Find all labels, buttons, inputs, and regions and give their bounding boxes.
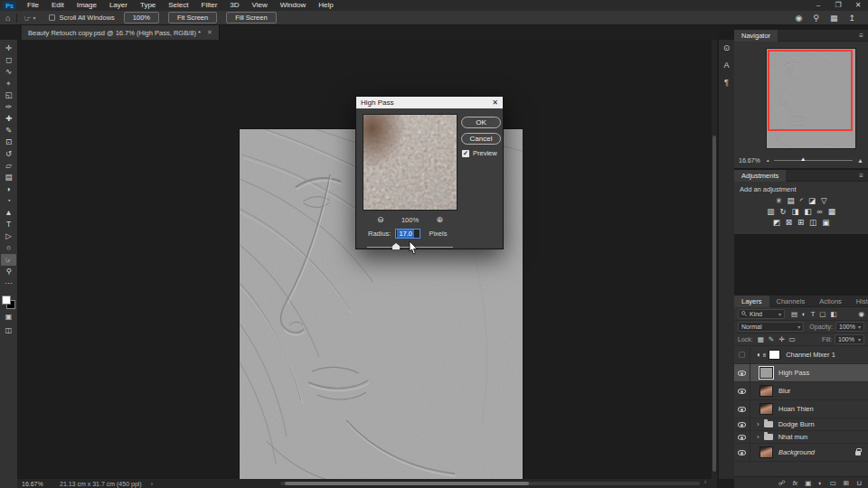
move-tool[interactable]: ✛ <box>1 42 16 54</box>
edit-toolbar[interactable]: ⋯ <box>1 277 16 289</box>
layer-row-high-pass[interactable]: High Pass <box>734 364 868 382</box>
screen-mode-button[interactable]: ◫ <box>1 325 16 336</box>
layer-group-nhat-mun[interactable]: › Nhat mun <box>734 431 868 444</box>
navigator-thumbnail[interactable] <box>767 49 855 148</box>
visibility-toggle[interactable] <box>734 382 750 399</box>
filter-preview[interactable] <box>363 114 458 211</box>
preview-checkbox[interactable]: ✓ <box>462 150 469 157</box>
visibility-toggle[interactable] <box>734 346 750 363</box>
new-group-icon[interactable]: ▭ <box>830 479 836 487</box>
opacity-select[interactable]: 100% ▾ <box>835 322 864 332</box>
eyedropper-tool[interactable]: ✑ <box>1 101 16 113</box>
channel-mixer-icon[interactable]: ∞ <box>817 207 823 216</box>
black-white-icon[interactable]: ◨ <box>792 207 799 216</box>
scroll-all-windows-checkbox[interactable] <box>49 14 55 21</box>
invert-icon[interactable]: ◩ <box>773 218 780 227</box>
hand-tool[interactable]: ☞ <box>1 254 16 266</box>
layer-name[interactable]: High Pass <box>778 369 809 377</box>
zoom-tool[interactable]: ⚲ <box>1 266 16 277</box>
navigator-slider-thumb[interactable]: ▲ <box>800 156 806 162</box>
status-arrow-icon[interactable]: › <box>151 481 153 487</box>
link-layers-icon[interactable]: ☍ <box>778 479 786 487</box>
restore-button[interactable]: ❐ <box>828 0 848 11</box>
menu-view[interactable]: View <box>246 0 274 11</box>
group-name[interactable]: Dodge Burn <box>778 420 815 428</box>
brightness-contrast-icon[interactable]: ✳ <box>775 196 781 205</box>
object-selection-tool[interactable]: ⌖ <box>1 78 16 89</box>
lock-artboard-icon[interactable]: ▭ <box>788 335 795 343</box>
zoom-in-mountain-icon[interactable]: ▲ <box>857 157 868 164</box>
layer-name[interactable]: Hoan Thien <box>778 405 814 413</box>
fill-select[interactable]: 100% ▾ <box>835 334 864 344</box>
filter-pixel-layers-icon[interactable]: ▤ <box>791 310 797 318</box>
home-icon[interactable]: ⌂ <box>5 14 10 23</box>
photo-filter-icon[interactable]: ◧ <box>805 207 812 216</box>
crop-tool[interactable]: ◱ <box>1 89 16 101</box>
ok-button[interactable]: OK <box>461 117 501 128</box>
fill-screen-button[interactable]: Fill Screen <box>226 12 276 23</box>
horizontal-scrollbar[interactable] <box>280 482 700 485</box>
close-button[interactable]: ✕ <box>848 0 868 11</box>
group-name[interactable]: Nhat mun <box>778 433 808 441</box>
blend-mode-select[interactable]: Normal ▾ <box>738 322 804 332</box>
selective-color-icon[interactable]: ◫ <box>809 218 816 227</box>
gradient-tool[interactable]: ▤ <box>1 172 16 183</box>
foreground-color-swatch[interactable] <box>2 296 11 305</box>
layer-row-background[interactable]: Background <box>734 444 868 462</box>
color-balance-icon[interactable]: ↻ <box>779 207 786 216</box>
navigator-zoom-slider[interactable]: ▲ <box>774 160 854 161</box>
menu-help[interactable]: Help <box>312 0 339 11</box>
filter-adjustment-layers-icon[interactable]: ◐ <box>802 310 807 318</box>
shape-tool[interactable]: ○ <box>1 242 16 254</box>
levels-icon[interactable]: ▤ <box>788 196 795 205</box>
status-zoom-field[interactable]: 16.67% <box>22 481 52 487</box>
character-panel-icon[interactable]: A <box>723 61 729 70</box>
delete-layer-icon[interactable]: ⊔ <box>856 479 862 487</box>
visibility-toggle[interactable] <box>734 444 750 461</box>
path-selection-tool[interactable]: ▷ <box>1 230 16 242</box>
workspace-switcher-icon[interactable]: ▦ <box>830 14 838 23</box>
brush-tool[interactable]: ✎ <box>1 125 16 136</box>
fit-screen-button[interactable]: Fit Screen <box>168 12 217 23</box>
layer-thumbnail[interactable] <box>760 403 773 415</box>
navigator-zoom-value[interactable]: 16.67% <box>734 157 767 164</box>
lock-move-icon[interactable]: ✛ <box>778 335 784 343</box>
share-icon[interactable]: ↥ <box>848 14 855 23</box>
new-adjustment-icon[interactable]: ◐ <box>818 479 823 487</box>
radius-slider-thumb[interactable] <box>392 243 400 249</box>
tab-channels[interactable]: Channels <box>769 296 813 307</box>
vertical-scrollbar[interactable] <box>712 40 717 479</box>
paragraph-panel-icon[interactable]: ¶ <box>724 78 729 87</box>
threshold-icon[interactable]: ⊞ <box>797 218 804 227</box>
tab-history[interactable]: History <box>849 296 868 307</box>
layer-row-channel-mixer[interactable]: ◐ 8 Channel Mixer 1 <box>734 346 868 364</box>
preview-checkbox-row[interactable]: ✓ Preview <box>462 149 497 157</box>
layer-mask-thumbnail[interactable] <box>769 350 780 360</box>
menu-filter[interactable]: Filter <box>195 0 224 11</box>
eraser-tool[interactable]: ▱ <box>1 160 16 172</box>
color-lookup-icon[interactable]: ▦ <box>828 207 835 216</box>
menu-file[interactable]: File <box>21 0 45 11</box>
dodge-tool[interactable]: ◔ <box>1 195 16 207</box>
menu-select[interactable]: Select <box>162 0 194 11</box>
blur-tool[interactable]: ◗ <box>1 183 16 195</box>
menu-layer[interactable]: Layer <box>103 0 134 11</box>
tab-layers[interactable]: Layers <box>734 296 769 307</box>
panel-menu-icon[interactable]: ≡ <box>859 172 868 180</box>
group-expander-icon[interactable]: › <box>757 420 760 428</box>
add-mask-icon[interactable]: ▣ <box>805 479 811 487</box>
tab-navigator[interactable]: Navigator <box>734 30 778 42</box>
vibrance-icon[interactable]: ▽ <box>821 196 827 205</box>
layer-row-hoan-thien[interactable]: Hoan Thien <box>734 400 868 418</box>
visibility-toggle[interactable] <box>734 418 750 430</box>
exposure-icon[interactable]: ◪ <box>808 196 816 205</box>
filter-type-layers-icon[interactable]: T <box>811 310 816 318</box>
lock-paint-icon[interactable]: ✎ <box>769 335 774 343</box>
layer-name[interactable]: Background <box>778 448 815 456</box>
new-layer-icon[interactable]: ⊞ <box>844 479 849 487</box>
curves-icon[interactable]: ◜ <box>800 196 803 205</box>
radius-input[interactable]: 17.0 <box>395 229 420 239</box>
horizontal-scrollbar-thumb[interactable] <box>285 482 529 485</box>
healing-brush-tool[interactable]: ✚ <box>1 113 16 125</box>
menu-image[interactable]: Image <box>71 0 103 11</box>
